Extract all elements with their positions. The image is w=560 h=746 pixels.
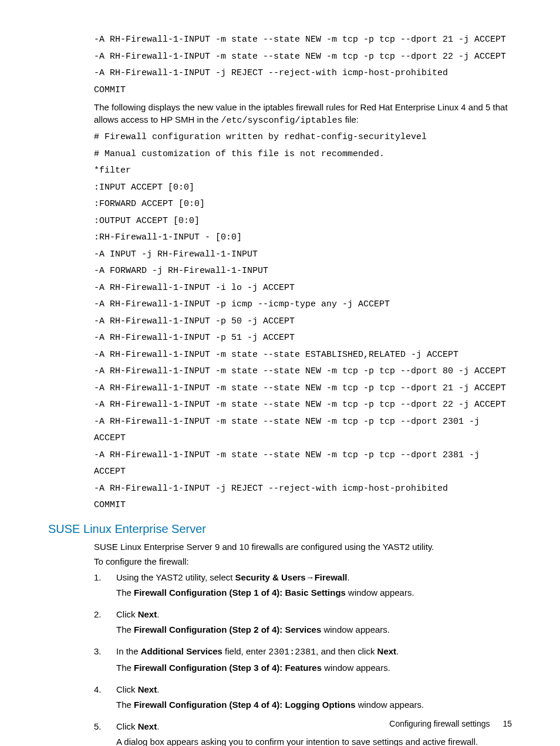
step-1: Using the YAST2 utility, select Security… — [94, 571, 512, 600]
text: In the — [116, 646, 141, 656]
text: Click — [116, 609, 138, 619]
bold-text: Next — [138, 721, 157, 731]
step-sub: The Firewall Configuration (Step 2 of 4)… — [116, 623, 512, 637]
paragraph-intro-2: The following displays the new value in … — [94, 101, 512, 127]
text: . — [157, 609, 159, 619]
bold-text: Next — [377, 646, 397, 656]
paragraph-suse-1: SUSE Linux Enterprise Server 9 and 10 fi… — [94, 541, 512, 553]
text: window appears. — [356, 700, 424, 710]
code-block-1: -A RH-Firewall-1-INPUT -m state --state … — [94, 32, 512, 99]
step-sub: The Firewall Configuration (Step 4 of 4)… — [116, 698, 512, 712]
step-3: In the Additional Services field, enter … — [94, 645, 512, 675]
bold-text: Firewall Configuration (Step 3 of 4): Fe… — [134, 663, 322, 673]
text: field, enter — [222, 646, 268, 656]
text: The — [116, 588, 134, 598]
inline-code-path: /etc/sysconfig/iptables — [221, 116, 342, 126]
bold-text: Firewall Configuration (Step 2 of 4): Se… — [134, 625, 321, 634]
text: The — [116, 663, 134, 673]
step-4: Click Next. The Firewall Configuration (… — [94, 683, 512, 712]
text: Using the YAST2 utility, select — [116, 572, 235, 582]
page-footer: Configuring firewall settings 15 — [389, 719, 512, 728]
text: , and then click — [316, 646, 377, 656]
step-sub: A dialog box appears asking you to confi… — [116, 735, 512, 746]
bold-text: Firewall — [315, 572, 348, 582]
text: . — [157, 721, 159, 731]
bold-text: Next — [138, 684, 157, 694]
step-2: Click Next. The Firewall Configuration (… — [94, 608, 512, 637]
inline-code-ports: 2301:2381 — [268, 647, 316, 657]
arrow-icon: → — [306, 572, 315, 582]
text: Click — [116, 684, 138, 694]
text: The — [116, 700, 134, 710]
text: . — [348, 572, 350, 582]
code-block-2: # Firewall configuration written by redh… — [94, 129, 512, 514]
text: Click — [116, 721, 138, 731]
bold-text: Security & Users — [235, 572, 306, 582]
page-number: 15 — [502, 719, 512, 728]
text: The — [116, 625, 134, 634]
bold-text: Firewall Configuration (Step 1 of 4): Ba… — [134, 588, 346, 598]
footer-title: Configuring firewall settings — [389, 719, 490, 728]
text: window appears. — [322, 663, 390, 673]
step-sub: The Firewall Configuration (Step 1 of 4)… — [116, 586, 512, 600]
bold-text: Firewall Configuration (Step 4 of 4): Lo… — [134, 700, 355, 710]
heading-suse: SUSE Linux Enterprise Server — [48, 522, 512, 536]
bold-text: Next — [138, 609, 157, 619]
bold-text: Additional Services — [141, 646, 222, 656]
text: . — [396, 646, 399, 656]
text: . — [157, 684, 159, 694]
text: window appears. — [321, 625, 390, 634]
step-sub: The Firewall Configuration (Step 3 of 4)… — [116, 661, 512, 675]
paragraph-suse-2: To configure the firewall: — [94, 555, 512, 568]
text: file: — [343, 114, 359, 124]
text: window appears. — [346, 588, 414, 598]
